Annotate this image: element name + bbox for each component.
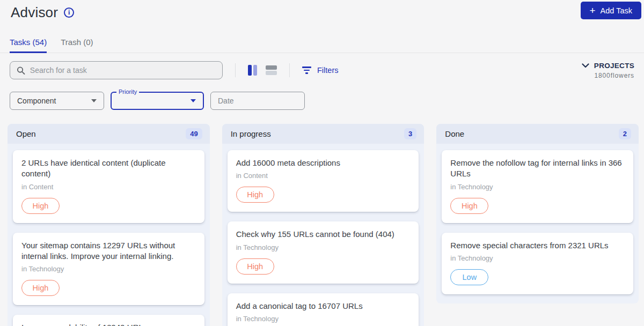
priority-filter[interactable]: Priority: [111, 92, 204, 110]
column-header: Done 2: [436, 124, 639, 144]
column-header: In progress 3: [222, 124, 425, 144]
task-category: in Technology: [450, 254, 625, 262]
caret-down-icon: [191, 99, 196, 102]
priority-badge: High: [236, 187, 274, 203]
column-body: 2 URLs have identical content (duplicate…: [8, 144, 210, 326]
board: Open 49 2 URLs have identical content (d…: [8, 124, 639, 326]
task-title: 2 URLs have identical content (duplicate…: [21, 158, 196, 180]
priority-badge: High: [21, 198, 60, 214]
date-filter-label: Date: [218, 97, 234, 105]
task-title: Remove the nofollow tag for internal lin…: [450, 158, 625, 180]
task-card[interactable]: Your sitemap contains 12297 URLs without…: [13, 233, 204, 306]
page-title-text: Advisor: [11, 4, 58, 21]
projects-dropdown[interactable]: PROJECTS: [582, 62, 634, 70]
task-title: Your sitemap contains 12297 URLs without…: [21, 240, 196, 262]
projects-label: PROJECTS: [594, 62, 634, 70]
add-task-label: Add Task: [601, 6, 632, 15]
column-count-badge: 49: [186, 128, 202, 139]
component-filter[interactable]: Component: [10, 92, 104, 110]
priority-badge: High: [236, 258, 274, 275]
priority-badge: High: [21, 280, 60, 296]
column-header: Open 49: [8, 124, 210, 144]
tab-trash[interactable]: Trash (0): [61, 38, 93, 53]
project-name: 1800flowers: [582, 72, 634, 79]
task-category: in Content: [236, 172, 411, 180]
board-column: Done 2 Remove the nofollow tag for inter…: [436, 124, 639, 303]
list-view-icon[interactable]: [266, 65, 277, 75]
tab-bar: Tasks (54) Trash (0): [0, 38, 644, 53]
filter-row: Component Priority Date: [10, 92, 634, 110]
plus-icon: +: [590, 5, 596, 16]
task-title: Check why 155 URLs cannot be found (404): [236, 229, 411, 240]
task-card[interactable]: Remove the nofollow tag for internal lin…: [442, 150, 633, 223]
task-category: in Technology: [21, 265, 196, 273]
task-title: Increase readability of 18949 URLs: [21, 322, 196, 326]
priority-filter-label: Priority: [116, 88, 139, 95]
board-column: In progress 3 Add 16000 meta description…: [222, 124, 425, 326]
column-body: Remove the nofollow tag for internal lin…: [436, 144, 639, 303]
view-toggle: [248, 65, 277, 76]
column-body: Add 16000 meta descriptions in Content H…: [222, 144, 425, 326]
column-title: In progress: [231, 129, 271, 138]
component-filter-label: Component: [17, 97, 56, 105]
tab-tasks[interactable]: Tasks (54): [10, 38, 47, 53]
search-input[interactable]: [30, 66, 216, 75]
search-box[interactable]: [10, 61, 223, 79]
task-category: in Technology: [236, 243, 411, 251]
divider: [235, 63, 236, 77]
task-category: in Content: [21, 183, 196, 191]
task-title: Remove special characters from 2321 URLs: [450, 240, 625, 251]
filters-button[interactable]: Filters: [302, 66, 338, 75]
filters-label: Filters: [317, 66, 338, 75]
task-card[interactable]: Check why 155 URLs cannot be found (404)…: [228, 221, 419, 283]
task-title: Add 16000 meta descriptions: [236, 158, 411, 168]
task-card[interactable]: Add 16000 meta descriptions in Content H…: [228, 150, 419, 212]
task-card[interactable]: Remove special characters from 2321 URLs…: [442, 233, 633, 294]
task-category: in Technology: [236, 315, 411, 323]
toolbar: Filters PROJECTS 1800flowers: [0, 53, 644, 79]
page-title: Advisor i: [11, 4, 644, 21]
task-card[interactable]: Increase readability of 18949 URLs in Co…: [13, 315, 204, 326]
task-title: Add a canonical tag to 16707 URLs: [236, 301, 411, 312]
date-filter[interactable]: Date: [210, 92, 305, 110]
kanban-view-icon[interactable]: [248, 65, 257, 76]
priority-badge: High: [450, 198, 488, 214]
chevron-down-icon: [582, 63, 589, 68]
column-count-badge: 3: [404, 128, 416, 139]
caret-down-icon: [91, 99, 97, 102]
page-header: Advisor i + Add Task: [0, 0, 644, 21]
column-title: Done: [445, 129, 464, 138]
projects-selector: PROJECTS 1800flowers: [582, 62, 634, 79]
column-title: Open: [16, 129, 36, 138]
filter-icon: [302, 66, 311, 74]
priority-badge: Low: [450, 269, 488, 285]
divider: [289, 63, 290, 77]
info-icon[interactable]: i: [64, 8, 74, 18]
board-column: Open 49 2 URLs have identical content (d…: [8, 124, 210, 326]
add-task-button[interactable]: + Add Task: [581, 2, 642, 19]
search-icon: [17, 66, 25, 75]
task-card[interactable]: 2 URLs have identical content (duplicate…: [13, 150, 204, 223]
task-category: in Technology: [450, 183, 625, 191]
column-count-badge: 2: [619, 128, 631, 139]
task-card[interactable]: Add a canonical tag to 16707 URLs in Tec…: [228, 293, 419, 326]
